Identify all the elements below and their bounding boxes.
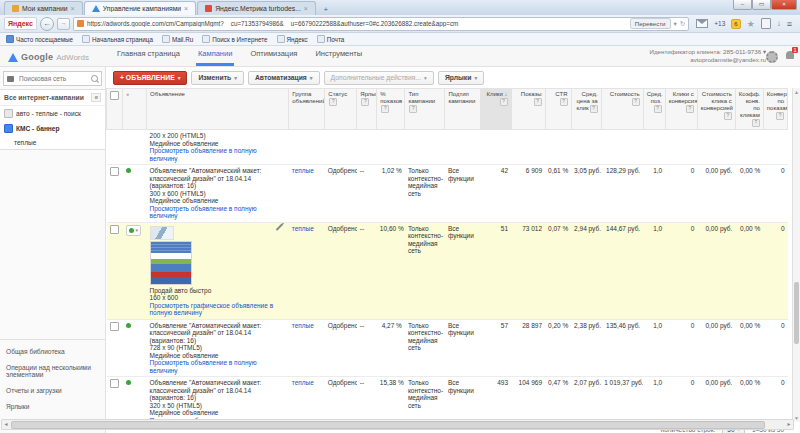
scroll-up-icon[interactable]: ▲ xyxy=(793,88,800,96)
bookmark-dropdown-icon[interactable]: ▾ xyxy=(674,20,677,28)
more-actions-button[interactable]: Дополнительные действия...▾ xyxy=(324,71,434,85)
bookmark-mail[interactable]: Почта xyxy=(317,35,345,43)
row-checkbox[interactable] xyxy=(110,225,119,234)
help-icon[interactable]: ? xyxy=(381,105,389,113)
horizontal-scrollbar[interactable]: ◄ ► xyxy=(1,419,794,430)
help-icon[interactable]: ? xyxy=(686,105,694,113)
cell-group[interactable]: теплые xyxy=(289,222,325,319)
bookmark-yandex[interactable]: Яндекс xyxy=(277,35,308,43)
scroll-right-icon[interactable]: ► xyxy=(785,420,793,428)
help-icon[interactable]: ? xyxy=(724,112,732,120)
yandex-button[interactable]: Яндекс xyxy=(4,17,37,30)
view-full-size-link[interactable]: Просмотреть объявление в полную величину xyxy=(150,147,286,162)
status-dropdown[interactable]: ▾ xyxy=(126,225,142,237)
horizontal-scroll-thumb[interactable] xyxy=(11,421,765,429)
column-header-Сред. цена за клик[interactable]: Сред. цена за клик? xyxy=(571,89,601,130)
nav-tab-campaigns[interactable]: Кампании xyxy=(196,49,234,66)
column-header-Клики[interactable]: Клики ↓? xyxy=(481,89,511,130)
sidebar-link-bulk-operations[interactable]: Операции над несколькими элементами xyxy=(6,364,99,378)
sidebar-link-labels[interactable]: Ярлыки xyxy=(6,403,99,410)
scroll-left-icon[interactable]: ◄ xyxy=(2,420,10,428)
sidebar-link-reports[interactable]: Отчеты и загрузки xyxy=(6,387,99,394)
column-header-Показы[interactable]: Показы? xyxy=(511,89,545,130)
view-full-size-link[interactable]: Просмотреть объявление в полную величину xyxy=(150,359,286,374)
url-text[interactable]: https://adwords.google.com/cm/CampaignMg… xyxy=(87,20,627,27)
new-tab-button[interactable]: + xyxy=(319,4,333,15)
select-all-checkbox[interactable] xyxy=(110,91,119,100)
help-icon[interactable]: ? xyxy=(776,112,784,120)
bookmark-frequent[interactable]: Часто посещаемые xyxy=(6,35,73,43)
automation-button[interactable]: Автоматизация▾ xyxy=(248,71,320,85)
menu-icon[interactable]: ≡ xyxy=(787,19,792,29)
edit-pencil-icon[interactable] xyxy=(275,223,283,231)
close-window-button[interactable]: × xyxy=(771,0,797,10)
column-header-Тип кампании[interactable]: Тип кампании? xyxy=(405,89,445,130)
column-header-Группа объявлений[interactable]: Группа объявлений xyxy=(289,89,325,130)
close-tab-icon[interactable]: × xyxy=(71,5,75,12)
yandex-elements-badge[interactable]: 6 xyxy=(731,19,740,29)
close-tab-icon[interactable]: × xyxy=(304,5,308,12)
column-header-Клики с конверсиями[interactable]: Клики с конверсиями? xyxy=(665,89,697,130)
browser-tab-metrika[interactable]: Яндекс.Метрика turbodes... × xyxy=(197,1,316,15)
search-input[interactable] xyxy=(17,74,88,83)
account-info[interactable]: Идентификатор клиента: 285-011-9736 ▾ av… xyxy=(649,48,766,64)
gear-icon[interactable] xyxy=(766,51,778,63)
bookmark-websearch[interactable]: Поиск в Интернете xyxy=(202,35,267,43)
help-icon[interactable]: ? xyxy=(329,98,337,106)
help-icon[interactable]: ? xyxy=(361,98,369,106)
bookmark-homepage[interactable]: Начальная страница xyxy=(82,35,153,43)
row-checkbox[interactable] xyxy=(110,379,119,388)
sidebar-link-shared-library[interactable]: Общая библиотека xyxy=(6,348,99,355)
close-tab-icon[interactable]: × xyxy=(184,5,188,12)
view-full-size-link[interactable]: Просмотреть объявление в полную величину xyxy=(150,205,286,220)
back-button[interactable]: ← xyxy=(40,17,54,31)
nav-tab-tools[interactable]: Инструменты xyxy=(313,49,364,66)
sidebar-item-display-campaign[interactable]: КМС - баннер xyxy=(0,121,105,136)
forward-button[interactable]: → xyxy=(57,18,70,30)
cell-group[interactable]: теплые xyxy=(289,165,325,223)
help-icon[interactable]: ? xyxy=(632,98,640,106)
new-ad-button[interactable]: + ОБЪЯВЛЕНИЕ▾ xyxy=(113,71,187,85)
help-icon[interactable]: ? xyxy=(654,105,662,113)
address-bar[interactable]: https://adwords.google.com/cm/CampaignMg… xyxy=(73,17,689,31)
nav-tab-home[interactable]: Главная страница xyxy=(115,49,182,66)
minimize-button[interactable]: – xyxy=(733,0,752,10)
bookmark-mailru[interactable]: Mail.Ru xyxy=(162,35,193,43)
row-checkbox[interactable] xyxy=(110,322,119,331)
row-checkbox[interactable] xyxy=(110,167,119,176)
ad-banner-preview[interactable] xyxy=(150,226,194,285)
column-header-Объявление[interactable]: Объявление xyxy=(147,89,289,130)
sidebar-item-search-campaign[interactable]: авто - теплые - поиск xyxy=(0,106,105,121)
labels-button[interactable]: Ярлыки▾ xyxy=(438,71,484,85)
column-header-Стоимость[interactable]: Стоимость? xyxy=(601,89,643,130)
vertical-scrollbar[interactable]: ▲ ▼ xyxy=(792,88,800,422)
column-header-CTR[interactable]: CTR? xyxy=(545,89,571,130)
search-icon[interactable] xyxy=(91,75,98,82)
help-icon[interactable]: ? xyxy=(590,105,598,113)
collapse-icon[interactable]: « xyxy=(91,93,101,102)
translate-button[interactable]: Перевести xyxy=(630,18,671,29)
campaign-search-box[interactable] xyxy=(3,71,102,86)
edit-button[interactable]: Изменить▾ xyxy=(191,71,243,85)
column-header-Конверсии по показам[interactable]: Конверсии по показам? xyxy=(763,89,787,130)
column-header-Статус[interactable]: Статус? xyxy=(325,89,357,130)
mail-icon[interactable] xyxy=(696,19,708,28)
help-icon[interactable]: ? xyxy=(560,98,568,106)
restore-button[interactable]: ▭ xyxy=(752,0,771,10)
help-icon[interactable]: ? xyxy=(500,98,508,106)
help-icon[interactable]: ? xyxy=(534,98,542,106)
weather-indicator[interactable]: +13 xyxy=(714,20,725,27)
browser-tab-campaigns[interactable]: Мои кампании × xyxy=(4,1,83,15)
column-header-Коэфф. конв. по кликам[interactable]: Коэфф. конв. по кликам? xyxy=(735,89,763,130)
column-header-Ярлыки[interactable]: Ярлыки? xyxy=(357,89,377,130)
sidebar-item-adgroup[interactable]: теплые xyxy=(0,136,105,149)
column-header-% показов[interactable]: % показов? xyxy=(377,89,405,130)
nav-tab-optimization[interactable]: Оптимизация xyxy=(248,49,299,66)
column-header-Подтип кампании[interactable]: Подтип кампании xyxy=(445,89,481,130)
column-header-Сред. поз.[interactable]: Сред. поз.? xyxy=(643,89,665,130)
cell-group[interactable]: теплые xyxy=(289,319,325,377)
scroll-down-icon[interactable]: ▼ xyxy=(793,414,800,422)
cell-group[interactable]: теплые xyxy=(289,377,325,423)
clipboard-icon[interactable] xyxy=(761,18,771,29)
column-header-Стоимость клика с конверсией[interactable]: Стоимость клика с конверсией? xyxy=(697,89,735,130)
